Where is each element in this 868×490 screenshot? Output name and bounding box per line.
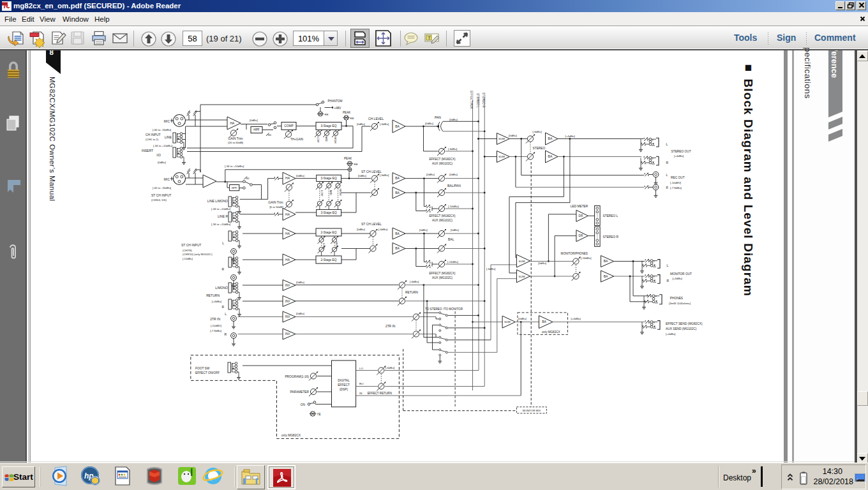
svg-text:RO: RO: [359, 382, 364, 385]
svg-text:EFFECT: EFFECT: [338, 383, 350, 387]
svg-text:DR: DR: [579, 214, 583, 218]
svg-text:EFFECT ON/OFF: EFFECT ON/OFF: [195, 371, 220, 375]
svg-text:L: L: [222, 241, 224, 245]
svg-text:HPF: HPF: [253, 128, 260, 131]
svg-text:GAIN Trim: GAIN Trim: [228, 137, 243, 140]
svg-text:[0dBu]: [0dBu]: [158, 161, 166, 164]
svg-text:[0dBu]: [0dBu]: [357, 228, 365, 231]
svg-text:PHANTOM: PHANTOM: [328, 100, 343, 103]
svg-text:[16 to 60dB]: [16 to 60dB]: [228, 141, 243, 144]
svg-text:2TR IN: 2TR IN: [385, 325, 396, 328]
svg-text:[-6dBu]: [-6dBu]: [533, 130, 542, 133]
svg-text:MID: MID: [325, 137, 328, 142]
svg-text:STEREO R: STEREO R: [603, 235, 619, 239]
svg-text:3-Stage EQ: 3-Stage EQ: [320, 124, 336, 128]
svg-text:HIGH: HIGH: [335, 242, 338, 248]
svg-text:BAL: BAL: [448, 237, 454, 241]
svg-text:BA: BA: [395, 124, 400, 128]
svg-text:3-Stage EQ: 3-Stage EQ: [321, 211, 337, 214]
svg-text:(CH3/4, 5/6): (CH3/4, 5/6): [151, 198, 167, 202]
svg-text:2TR IN: 2TR IN: [210, 317, 220, 321]
svg-text:BAL/PAN: BAL/PAN: [447, 184, 461, 188]
svg-text:PEAK: PEAK: [343, 111, 351, 114]
svg-text:YE: YE: [317, 413, 321, 416]
svg-text:PARAMETER: PARAMETER: [290, 390, 310, 394]
svg-text:[0dBu]: [0dBu]: [296, 312, 304, 315]
svg-text:BA: BA: [395, 191, 400, 195]
svg-text:/TO MONITOR: /TO MONITOR: [444, 308, 463, 311]
svg-text:L: L: [666, 174, 668, 177]
svg-text:MID: MID: [329, 190, 333, 195]
svg-text:STEREO OUT: STEREO OUT: [671, 150, 691, 153]
svg-text:BA: BA: [395, 232, 400, 235]
svg-text:DR: DR: [579, 234, 583, 237]
svg-text:SUM: SUM: [498, 137, 505, 140]
svg-text:TH+GAIN: TH+GAIN: [290, 138, 303, 141]
svg-text:[0dBu]: [0dBu]: [538, 262, 546, 265]
svg-text:HA: HA: [285, 176, 290, 180]
svg-text:T: T: [428, 35, 431, 41]
svg-text:TO STEREO: TO STEREO: [425, 308, 442, 311]
svg-text:RETURN: RETURN: [405, 291, 419, 294]
svg-text:CH INPUT: CH INPUT: [146, 133, 161, 137]
svg-text:[+4dBu]: [+4dBu]: [673, 277, 682, 280]
svg-text:[-60 to -16dBu]: [-60 to -16dBu]: [153, 186, 171, 189]
svg-text:[-6dBu]: [-6dBu]: [380, 174, 389, 177]
svg-text:SUM: SUM: [519, 275, 525, 278]
svg-text:[-7.8dBu]: [-7.8dBu]: [210, 329, 221, 332]
svg-text:LOW: LOW: [317, 137, 320, 143]
svg-text:L: L: [225, 312, 227, 316]
svg-text:HA: HA: [230, 121, 236, 125]
svg-text:R: R: [666, 161, 669, 165]
svg-text:LINE: LINE: [165, 135, 172, 139]
svg-text:[0dBu]: [0dBu]: [518, 317, 527, 320]
svg-text:RE: RE: [325, 113, 329, 116]
svg-text:EFFECT/AUX: EFFECT/AUX: [470, 91, 473, 109]
svg-text:FOOT SW: FOOT SW: [195, 367, 210, 370]
svg-text:INV: INV: [285, 332, 291, 336]
svg-text:HA: HA: [285, 232, 290, 235]
svg-text:2-Stage EQ: 2-Stage EQ: [320, 231, 336, 234]
svg-text:L: L: [666, 142, 668, 146]
svg-text:BA: BA: [604, 274, 608, 278]
svg-text:HA: HA: [285, 212, 290, 216]
svg-text:R: R: [224, 332, 227, 336]
svg-text:IN: IN: [359, 392, 362, 395]
svg-text:[0dBu]: [0dBu]: [296, 281, 304, 284]
svg-text:PROGRAM(1-16): PROGRAM(1-16): [285, 375, 309, 378]
svg-text:ST CH LEVEL: ST CH LEVEL: [361, 170, 382, 174]
svg-text:[-6dBu]: [-6dBu]: [380, 122, 389, 126]
svg-text:EFFECT (MG82CX): EFFECT (MG82CX): [429, 158, 455, 161]
svg-text:[-10dBu]: [-10dBu]: [183, 257, 193, 260]
svg-text:+48V: +48V: [334, 107, 342, 110]
svg-text:INSERT: INSERT: [142, 149, 153, 152]
svg-text:MIC: MIC: [164, 177, 170, 181]
svg-text:[+4dBu]: [+4dBu]: [565, 135, 575, 138]
svg-text:STEREO L: STEREO L: [603, 214, 618, 218]
svg-text:LINE R: LINE R: [218, 214, 228, 218]
svg-text:R: R: [221, 305, 224, 309]
svg-text:[-34 to +10dBu]: [-34 to +10dBu]: [153, 144, 172, 147]
svg-text:AUX SEND (MG102C): AUX SEND (MG102C): [666, 327, 697, 330]
svg-text:INV: INV: [285, 315, 291, 318]
svg-text:[+4dBu]: [+4dBu]: [571, 317, 581, 320]
svg-text:only MG82CX: only MG82CX: [281, 434, 301, 437]
svg-text:STEREO L: STEREO L: [476, 93, 479, 108]
svg-text:[-6dBu]: [-6dBu]: [486, 267, 495, 271]
svg-text:[-6dBu]: [-6dBu]: [410, 280, 419, 283]
svg-text:HPF: HPF: [232, 186, 237, 189]
svg-text:ST CH LEVEL: ST CH LEVEL: [361, 222, 382, 226]
svg-text:only MG82CX: only MG82CX: [542, 330, 560, 334]
svg-text:PEAK: PEAK: [344, 157, 352, 160]
svg-text:[-14dBu]: [-14dBu]: [448, 205, 459, 208]
svg-text:STEREO R: STEREO R: [482, 93, 485, 108]
svg-text:ST CH INPUT: ST CH INPUT: [151, 193, 171, 197]
svg-text:EFFECT (MG82CX): EFFECT (MG82CX): [429, 272, 455, 275]
svg-text:[-10dBV]: [-10dBV]: [670, 181, 681, 184]
svg-text:[0dBu]: [0dBu]: [419, 228, 428, 232]
svg-text:[0dBu]: [0dBu]: [449, 173, 458, 176]
svg-text:[+4dBu]: [+4dBu]: [674, 154, 684, 158]
svg-text:LOW: LOW: [322, 243, 326, 249]
svg-text:BA: BA: [548, 137, 553, 140]
svg-text:ST CH INPUT: ST CH INPUT: [181, 243, 201, 247]
